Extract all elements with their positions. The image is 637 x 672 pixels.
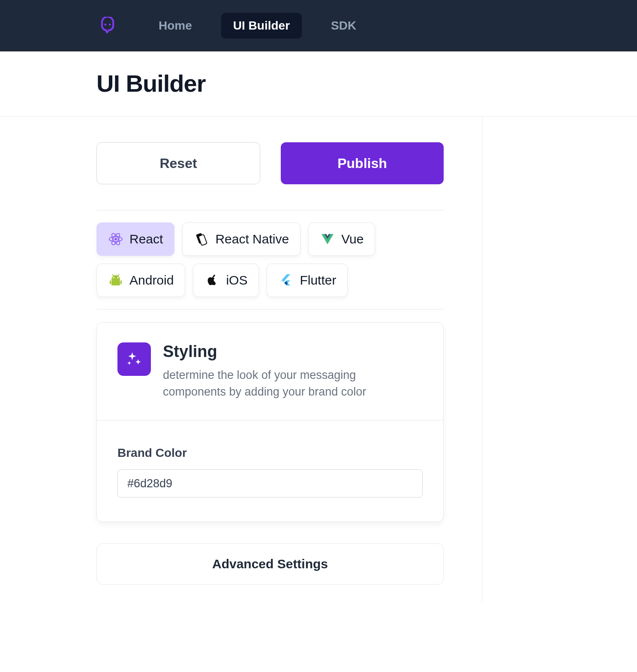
styling-card-header: Styling determine the look of your messa…	[97, 323, 443, 420]
svg-rect-10	[111, 280, 120, 285]
platform-chip-flutter[interactable]: Flutter	[267, 264, 348, 297]
platform-label: Vue	[341, 232, 364, 246]
platform-label: Android	[129, 273, 174, 288]
svg-point-9	[117, 277, 119, 279]
react-icon	[108, 231, 123, 247]
actions-row: Reset Publish	[96, 142, 444, 184]
svg-line-14	[118, 274, 119, 276]
platform-label: React Native	[215, 232, 289, 246]
page-header: UI Builder	[0, 51, 637, 117]
platform-chip-android[interactable]: Android	[96, 264, 185, 297]
nav-home[interactable]: Home	[147, 13, 204, 39]
page: UI Builder Reset Publish	[0, 51, 637, 627]
platform-label: iOS	[226, 273, 247, 288]
styling-card-text: Styling determine the look of your messa…	[163, 342, 386, 400]
svg-line-13	[112, 274, 114, 276]
brand-color-label: Brand Color	[117, 446, 423, 460]
publish-button[interactable]: Publish	[281, 142, 444, 184]
flutter-icon	[278, 273, 294, 288]
nav-ui-builder[interactable]: UI Builder	[221, 13, 302, 39]
svg-point-1	[109, 24, 111, 26]
android-icon	[108, 273, 123, 288]
apple-icon	[204, 273, 220, 288]
react-native-icon	[194, 231, 209, 247]
svg-rect-12	[120, 280, 122, 284]
reset-button[interactable]: Reset	[96, 142, 260, 184]
platform-chip-react-native[interactable]: React Native	[182, 222, 300, 256]
platform-chip-vue[interactable]: Vue	[308, 222, 375, 256]
platform-label: React	[129, 232, 163, 246]
brand-color-input[interactable]	[117, 469, 423, 498]
page-title: UI Builder	[96, 69, 637, 97]
advanced-settings-button[interactable]: Advanced Settings	[96, 543, 444, 585]
svg-point-8	[113, 277, 114, 279]
styling-title: Styling	[163, 342, 386, 361]
svg-point-0	[104, 24, 106, 26]
platform-chip-ios[interactable]: iOS	[193, 264, 259, 297]
divider	[96, 210, 444, 210]
sparkles-icon	[117, 342, 151, 376]
svg-rect-7	[198, 234, 207, 246]
svg-rect-11	[110, 280, 111, 284]
svg-point-5	[114, 238, 117, 240]
divider	[96, 309, 444, 309]
top-navbar: Home UI Builder SDK	[0, 0, 637, 51]
nav-sdk[interactable]: SDK	[319, 13, 368, 39]
platform-label: Flutter	[300, 273, 336, 288]
brand-logo	[99, 17, 117, 35]
platform-selector: React React Native	[96, 222, 444, 297]
main-content: Reset Publish	[96, 117, 444, 602]
styling-card-body: Brand Color	[97, 420, 443, 522]
platform-chip-react[interactable]: React	[96, 222, 174, 256]
vue-icon	[320, 231, 335, 247]
styling-card: Styling determine the look of your messa…	[96, 322, 444, 522]
styling-description: determine the look of your messaging com…	[163, 367, 386, 400]
